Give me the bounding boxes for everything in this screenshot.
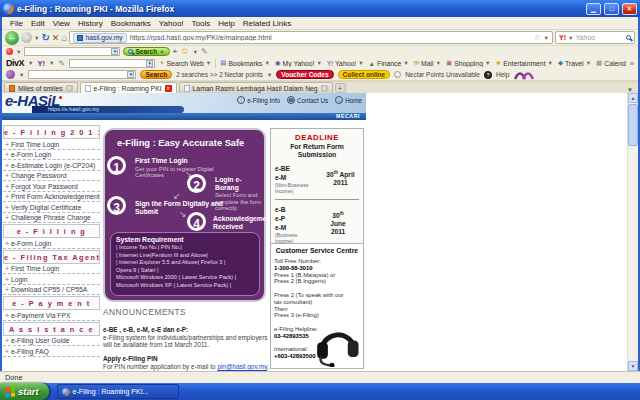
scrollbar-thumb[interactable] — [628, 104, 638, 146]
toolbar-item[interactable]: ▣ Shopping ▼ — [446, 59, 490, 67]
yahoo-search-box[interactable]: Y! ▼ Yahoo — [555, 31, 635, 44]
divx-dropdown-icon[interactable]: ▼ — [28, 60, 33, 66]
browser-tab[interactable]: e-Filing : Roaming PKI ✕ — [80, 82, 177, 93]
smiley-icon[interactable]: ☺ — [180, 47, 189, 56]
nectar-counter-dropdown-icon[interactable]: ▼ — [267, 72, 272, 78]
browser-tab[interactable]: Laman Rasmi Lembaga Hasil Dalam Neg ✕ — [179, 82, 333, 93]
scroll-up-icon[interactable]: ▲ — [628, 93, 638, 103]
refresh-button[interactable]: ↻ — [41, 33, 49, 43]
header-link[interactable]: ⌂ Home — [335, 96, 362, 104]
yahoo-toolbar-icon[interactable]: Y! — [37, 59, 45, 68]
taskbar-task-button[interactable]: e-Filing : Roaming PKI... — [57, 384, 179, 399]
step-4: Acknowledgement Received — [213, 215, 265, 230]
menu-item[interactable]: Edit — [27, 19, 49, 28]
stop-button[interactable]: ✕ — [52, 33, 60, 43]
history-dropdown-icon[interactable]: ▼ — [34, 35, 39, 41]
vertical-scrollbar[interactable]: ▲ ▼ — [627, 93, 638, 371]
maximize-button[interactable]: □ — [604, 3, 619, 15]
sidebar-link[interactable]: +First Time Login — [3, 264, 100, 275]
sidebar-link[interactable]: +Print Form Acknowledgement — [3, 192, 100, 203]
forward-button[interactable]: → — [21, 32, 32, 43]
nectar-help-label[interactable]: Help — [496, 71, 509, 78]
highlighter-icon[interactable]: ✎ — [201, 47, 208, 56]
toolbar-item[interactable]: Y! Yahoo! ▼ — [327, 60, 364, 67]
nectar-status-icon — [394, 71, 401, 78]
tab-close-icon[interactable]: ✕ — [165, 85, 172, 92]
yahoo-dropdown-icon[interactable]: ▼ — [49, 60, 54, 66]
search-engine-value[interactable]: Yahoo — [575, 34, 624, 41]
yahoo-toolbar-search-input[interactable]: ▼ — [69, 59, 155, 68]
extension-dropdown-icon[interactable]: ▼ — [16, 49, 21, 55]
menu-item[interactable]: View — [49, 19, 74, 28]
toolbar-item[interactable]: ▤ Bookmarks ▼ — [220, 59, 270, 67]
address-bar[interactable]: hasil.gov.my https://rpsd.hasil.gov.my/P… — [69, 31, 553, 44]
sidebar-link[interactable]: +e-Filing FAQ — [3, 346, 100, 357]
tab-close-icon[interactable]: ✕ — [66, 85, 73, 92]
toolbar-search-button[interactable]: Search ▼ — [123, 47, 169, 56]
sidebar-link-label: First Time Login — [11, 265, 59, 272]
tab-close-icon[interactable]: ✕ — [321, 85, 328, 92]
sidebar-link[interactable]: +Verify Digital Certificate — [3, 202, 100, 213]
nectar-search-button[interactable]: Search — [140, 70, 172, 79]
new-tab-button[interactable]: + — [335, 83, 346, 93]
sidebar-link[interactable]: +Change Password — [3, 171, 100, 182]
windows-flag-icon — [5, 386, 15, 397]
toolbar-item[interactable]: ✉ Mail ▼ — [414, 59, 441, 67]
toolbar-item[interactable]: ◉ My Yahoo! ▼ — [275, 59, 322, 67]
toolbar-search-input[interactable]: ▼ — [24, 47, 120, 56]
browser-tab[interactable]: Miles of smiles ✕ — [4, 82, 78, 93]
header-link[interactable]: ☎ Contact Us — [287, 96, 328, 104]
search-engine-dropdown-icon[interactable]: ▼ — [568, 35, 573, 41]
nectar-search-input[interactable]: ▼ — [28, 70, 136, 79]
sidebar-link[interactable]: +e-Form Login — [3, 238, 100, 249]
sidebar-link[interactable]: +Download CP55 / CP55A — [3, 285, 100, 296]
toolbar-item[interactable]: ▲ Finance ▼ — [369, 60, 409, 67]
voucher-codes-button[interactable]: Voucher Codes — [276, 70, 333, 79]
search-web-button[interactable]: ✦ Search Web ▼ — [159, 59, 211, 67]
extension-icon[interactable] — [6, 48, 13, 55]
toolbar-item[interactable]: ◆ Travel ▼ — [558, 59, 591, 67]
search-icon[interactable] — [626, 35, 631, 40]
search-options-dropdown-icon[interactable]: ▼ — [159, 49, 164, 55]
menu-item[interactable]: Help — [214, 19, 238, 28]
bookmark-star-icon[interactable]: ☆ — [533, 33, 540, 42]
smiley-dropdown-icon[interactable]: ▼ — [192, 49, 197, 55]
system-requirement-line: | Internet Line|Pentium III and Above| — [116, 252, 254, 260]
close-button[interactable]: ✕ — [622, 3, 637, 15]
sidebar-link[interactable]: +Forgot Your Password — [3, 181, 100, 192]
nectar-points-counter[interactable]: 2 searches >> 2 Nectar points — [176, 71, 263, 78]
nectar-dropdown-icon[interactable]: ▼ — [19, 72, 24, 78]
site-identity-chip[interactable]: hasil.gov.my — [73, 33, 126, 43]
sidebar-link[interactable]: +First Time Login — [3, 139, 100, 150]
menu-item[interactable]: Related Links — [239, 19, 295, 28]
sidebar-link[interactable]: +e-Payment Via FPX — [3, 310, 100, 321]
menu-item[interactable]: Yahoo! — [155, 19, 188, 28]
nectar-icon[interactable] — [6, 70, 15, 79]
start-button[interactable]: start — [0, 383, 49, 400]
header-link[interactable]: ! e-Filing Info — [237, 96, 280, 104]
menu-item[interactable]: History — [74, 19, 107, 28]
add-button[interactable]: + — [173, 47, 178, 56]
menu-item[interactable]: Bookmarks — [107, 19, 155, 28]
url-text[interactable]: https://rpsd.hasil.gov.my/PKI/e/mainpage… — [130, 34, 531, 41]
sidebar-link[interactable]: +e-Estimate Login (e-CP204) — [3, 160, 100, 171]
collect-online-button[interactable]: Collect online — [338, 70, 391, 79]
pin-email-link[interactable]: pin@hasil.gov.my — [217, 363, 267, 370]
minimize-button[interactable]: ▁ — [586, 3, 601, 15]
toolbar-item[interactable]: ★ Entertainment ▼ — [495, 59, 553, 67]
divx-logo[interactable]: DivX — [6, 58, 24, 68]
url-dropdown-icon[interactable]: ▼ — [544, 35, 549, 41]
menu-item[interactable]: Tools — [188, 19, 215, 28]
back-button[interactable]: ← — [5, 31, 19, 45]
home-button[interactable]: ⌂ — [61, 32, 67, 43]
scroll-down-icon[interactable]: ▼ — [628, 361, 638, 371]
menu-item[interactable]: File — [6, 19, 27, 28]
pencil-icon[interactable]: ✎ — [58, 59, 65, 68]
toolbar-item[interactable]: ▦ Calendar ▼ — [596, 59, 626, 67]
toolbar-overflow-chevron[interactable]: » — [630, 60, 634, 67]
sidebar-link[interactable]: +Challenge Phrase Change — [3, 213, 100, 224]
sidebar-link[interactable]: +e-Filing User Guide — [3, 336, 100, 347]
sidebar-link[interactable]: +e-Form Login — [3, 150, 100, 161]
help-icon[interactable]: ? — [484, 71, 492, 79]
sidebar-link[interactable]: +Login — [3, 274, 100, 285]
